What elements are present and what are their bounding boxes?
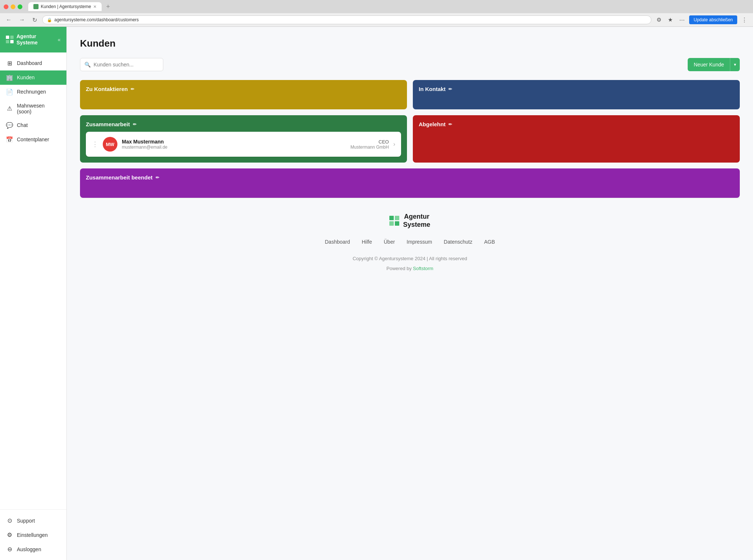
- footer-logo-sq3: [389, 221, 394, 226]
- edit-icon[interactable]: ✏: [448, 122, 452, 127]
- sidebar-nav: ⊞ Dashboard 🏢 Kunden 📄 Rechnungen ⚠ Mahn…: [0, 52, 66, 509]
- footer-link-agb[interactable]: AGB: [484, 239, 495, 245]
- edit-icon[interactable]: ✏: [156, 175, 159, 180]
- edit-icon[interactable]: ✏: [448, 87, 452, 92]
- footer-link-datenschutz[interactable]: Datenschutz: [444, 239, 472, 245]
- sidebar-item-label: Chat: [17, 122, 28, 128]
- avatar: MW: [103, 137, 117, 152]
- col-title: Zusammenarbeit beendet: [86, 174, 153, 181]
- footer-link-uber[interactable]: Über: [384, 239, 395, 245]
- sidebar-item-label: Rechnungen: [17, 89, 46, 95]
- support-icon: ⊙: [6, 517, 13, 524]
- card-email: mustermann@email.de: [122, 145, 346, 150]
- footer-logo-icon: [389, 216, 399, 226]
- sidebar-item-kunden[interactable]: 🏢 Kunden: [0, 70, 66, 85]
- footer: Agentur Systeme Dashboard Hilfe Über Imp…: [80, 198, 740, 286]
- sidebar-item-rechnungen[interactable]: 📄 Rechnungen: [0, 85, 66, 99]
- card-meta: CEO Mustermann GmbH: [350, 139, 389, 150]
- sidebar: Agentur Systeme « ⊞ Dashboard 🏢 Kunden 📄…: [0, 27, 67, 560]
- footer-link-hilfe[interactable]: Hilfe: [362, 239, 372, 245]
- sidebar-item-dashboard[interactable]: ⊞ Dashboard: [0, 56, 66, 70]
- col-title: Zu Kontaktieren: [86, 86, 128, 92]
- page-title: Kunden: [80, 38, 740, 49]
- col-header-zusammenarbeit: Zusammenarbeit ✏: [86, 121, 401, 127]
- kanban-col-zu-kontaktieren: Zu Kontaktieren ✏: [80, 80, 407, 109]
- sidebar-item-label: Contentplaner: [17, 137, 49, 142]
- browser-menu-button[interactable]: ⋮: [739, 15, 749, 24]
- edit-icon[interactable]: ✏: [133, 122, 137, 127]
- kanban-col-abgelehnt: Abgelehnt ✏: [413, 115, 740, 163]
- lock-icon: 🔒: [47, 18, 52, 22]
- search-input[interactable]: [80, 58, 163, 71]
- footer-link-dashboard[interactable]: Dashboard: [325, 239, 350, 245]
- col-header-zusammenarbeit-beendet: Zusammenarbeit beendet ✏: [86, 174, 734, 181]
- new-customer-button[interactable]: Neuer Kunde: [688, 58, 730, 71]
- footer-logo-text: Agentur Systeme: [403, 213, 430, 229]
- footer-logo-sq1: [389, 216, 394, 220]
- search-row: 🔍 Neuer Kunde ▾: [80, 58, 740, 71]
- footer-logo-sq2: [395, 216, 399, 220]
- sidebar-item-einstellungen[interactable]: ⚙ Einstellungen: [0, 528, 66, 542]
- browser-titlebar: Kunden | Agentursysteme ✕ +: [0, 0, 753, 13]
- more-button[interactable]: ⋯: [677, 15, 687, 24]
- col-title: In Kontakt: [419, 86, 445, 92]
- sidebar-item-label: Ausloggen: [17, 546, 41, 552]
- forward-button[interactable]: →: [17, 16, 27, 24]
- app-layout: Agentur Systeme « ⊞ Dashboard 🏢 Kunden 📄…: [0, 27, 753, 560]
- window-fullscreen-dot[interactable]: [18, 4, 22, 9]
- softstorm-link[interactable]: Softstorm: [413, 266, 433, 271]
- browser-tab[interactable]: Kunden | Agentursysteme ✕: [28, 2, 102, 11]
- new-tab-button[interactable]: +: [106, 3, 110, 11]
- footer-link-impressum[interactable]: Impressum: [407, 239, 432, 245]
- card-arrow-icon: ›: [393, 141, 395, 148]
- footer-powered: Powered by Softstorm: [87, 266, 732, 271]
- contentplaner-icon: 📅: [6, 136, 13, 143]
- update-button[interactable]: Update abschließen: [689, 15, 737, 24]
- sidebar-item-chat[interactable]: 💬 Chat: [0, 118, 66, 132]
- new-customer-dropdown-button[interactable]: ▾: [730, 58, 740, 71]
- sidebar-collapse-button[interactable]: «: [58, 37, 61, 43]
- kanban-grid: Zu Kontaktieren ✏ In Kontakt ✏ Zusammena…: [80, 80, 740, 198]
- card-role: CEO: [350, 139, 389, 145]
- kanban-col-zusammenarbeit: Zusammenarbeit ✏ ⋮ MW Max Mustermann mus…: [80, 115, 407, 163]
- address-text: agentursysteme.com/dashboard/customers: [54, 17, 139, 22]
- card-options-icon[interactable]: ⋮: [92, 140, 98, 148]
- rechnungen-icon: 📄: [6, 88, 13, 95]
- footer-logo: Agentur Systeme: [87, 213, 732, 229]
- window-minimize-dot[interactable]: [11, 4, 15, 9]
- window-close-dot[interactable]: [4, 4, 8, 9]
- bookmark-button[interactable]: ★: [666, 15, 675, 24]
- logo-content: Agentur Systeme: [6, 33, 38, 46]
- sidebar-bottom: ⊙ Support ⚙ Einstellungen ⊖ Ausloggen: [0, 509, 66, 560]
- tab-close-icon[interactable]: ✕: [93, 4, 97, 9]
- col-header-in-kontakt: In Kontakt ✏: [419, 86, 734, 92]
- address-bar[interactable]: 🔒 agentursysteme.com/dashboard/customers: [42, 15, 651, 24]
- col-title: Abgelehnt: [419, 121, 445, 127]
- extensions-button[interactable]: ⚙: [654, 15, 663, 24]
- logo-square-2: [10, 36, 14, 39]
- browser-nav: ← → ↻ 🔒 agentursysteme.com/dashboard/cus…: [0, 13, 753, 26]
- reload-button[interactable]: ↻: [30, 16, 39, 24]
- kanban-col-zusammenarbeit-beendet: Zusammenarbeit beendet ✏: [80, 168, 740, 198]
- sidebar-item-mahnwesen[interactable]: ⚠ Mahnwesen (soon): [0, 99, 66, 118]
- dashboard-icon: ⊞: [6, 60, 13, 67]
- customer-card-max-mustermann[interactable]: ⋮ MW Max Mustermann mustermann@email.de …: [86, 132, 401, 157]
- sidebar-item-label: Mahnwesen (soon): [17, 103, 61, 114]
- back-button[interactable]: ←: [4, 16, 14, 24]
- sidebar-item-support[interactable]: ⊙ Support: [0, 513, 66, 528]
- sidebar-item-label: Support: [17, 518, 35, 524]
- main-content: Kunden 🔍 Neuer Kunde ▾ Zu Kontaktieren ✏: [67, 27, 753, 560]
- sidebar-item-label: Dashboard: [17, 60, 42, 66]
- sidebar-item-ausloggen[interactable]: ⊖ Ausloggen: [0, 542, 66, 556]
- edit-icon[interactable]: ✏: [131, 87, 134, 92]
- footer-logo-sq4: [395, 221, 399, 226]
- sidebar-item-contentplaner[interactable]: 📅 Contentplaner: [0, 132, 66, 147]
- new-customer-btn-group: Neuer Kunde ▾: [688, 58, 740, 71]
- sidebar-item-label: Kunden: [17, 74, 34, 80]
- kunden-icon: 🏢: [6, 74, 13, 81]
- col-title: Zusammenarbeit: [86, 121, 130, 127]
- card-company: Mustermann GmbH: [350, 145, 389, 150]
- logo-square-1: [6, 36, 9, 39]
- logo-square-3: [6, 40, 9, 43]
- search-icon: 🔍: [84, 62, 91, 68]
